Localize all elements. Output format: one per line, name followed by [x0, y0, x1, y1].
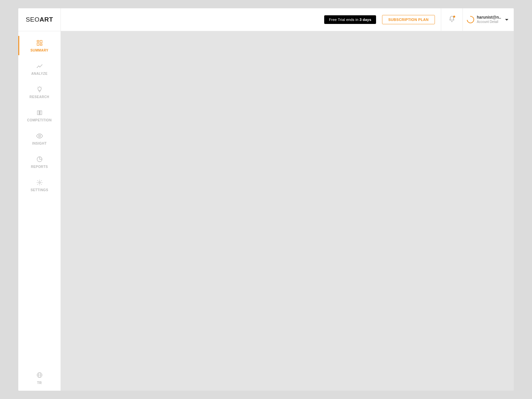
svg-rect-1	[40, 40, 42, 43]
sidebar-label: SUMMARY	[30, 49, 48, 52]
notifications-button[interactable]	[441, 8, 463, 31]
svg-point-16	[39, 182, 40, 183]
svg-point-5	[38, 66, 39, 66]
chevron-down-icon	[505, 19, 508, 21]
trial-prefix: Free Trial ends in	[329, 18, 359, 22]
language-label: TR	[37, 381, 42, 385]
svg-rect-12	[40, 111, 42, 115]
logo-part2: ART	[40, 16, 53, 23]
trend-icon	[36, 63, 43, 70]
grid-icon	[36, 39, 43, 47]
svg-line-9	[37, 87, 38, 87]
gear-icon	[36, 179, 43, 186]
main-content	[61, 31, 514, 391]
svg-rect-11	[37, 111, 39, 115]
svg-point-4	[37, 67, 37, 68]
app-frame: SEOART Free Trial ends in 3 days SUBSCRI…	[18, 8, 514, 391]
svg-point-7	[42, 64, 42, 65]
sidebar-item-reports[interactable]: REPORTS	[18, 150, 61, 174]
notification-dot-icon	[453, 16, 455, 18]
logo-part1: SEO	[26, 16, 40, 23]
sidebar-label: REPORTS	[31, 165, 48, 169]
sidebar-item-settings[interactable]: SETTINGS	[18, 174, 61, 197]
sidebar-item-research[interactable]: RESEARCH	[18, 80, 61, 104]
sidebar-bottom: TR	[18, 372, 61, 391]
account-menu[interactable]: harunist@n.. Account Detail	[463, 8, 514, 31]
header: SEOART Free Trial ends in 3 days SUBSCRI…	[18, 8, 514, 31]
svg-rect-3	[40, 44, 42, 45]
trial-days: 3 days	[359, 18, 371, 22]
account-name: harunist@n..	[477, 15, 501, 20]
sidebar: SUMMARY ANALYZE RESEARCH COMPETITION	[18, 31, 61, 391]
svg-line-10	[41, 87, 42, 87]
sidebar-label: COMPETITION	[27, 118, 52, 122]
trial-badge[interactable]: Free Trial ends in 3 days	[324, 15, 376, 24]
sidebar-label: ANALYZE	[31, 72, 48, 75]
compare-icon	[36, 109, 43, 116]
sidebar-label: SETTINGS	[31, 188, 48, 192]
spinner-icon	[465, 15, 475, 25]
eye-icon	[36, 132, 43, 140]
sidebar-item-competition[interactable]: COMPETITION	[18, 104, 61, 127]
sidebar-item-analyze[interactable]: ANALYZE	[18, 57, 61, 80]
body: SUMMARY ANALYZE RESEARCH COMPETITION	[18, 31, 514, 391]
subscription-plan-button[interactable]: SUBSCRIPTION PLAN	[382, 15, 435, 24]
sidebar-item-insight[interactable]: INSIGHT	[18, 127, 61, 150]
sidebar-label: RESEARCH	[30, 95, 49, 99]
logo[interactable]: SEOART	[18, 8, 61, 31]
svg-rect-2	[37, 43, 39, 46]
svg-point-6	[39, 66, 40, 67]
globe-icon	[36, 372, 43, 380]
sidebar-item-summary[interactable]: SUMMARY	[18, 34, 61, 57]
svg-rect-0	[37, 40, 39, 42]
svg-point-14	[39, 135, 41, 137]
piechart-icon	[36, 156, 43, 163]
bulb-icon	[36, 86, 43, 93]
account-sub: Account Detail	[477, 20, 501, 24]
language-switch[interactable]: TR	[18, 372, 61, 385]
account-text: harunist@n.. Account Detail	[477, 15, 501, 24]
sidebar-label: INSIGHT	[32, 142, 47, 145]
